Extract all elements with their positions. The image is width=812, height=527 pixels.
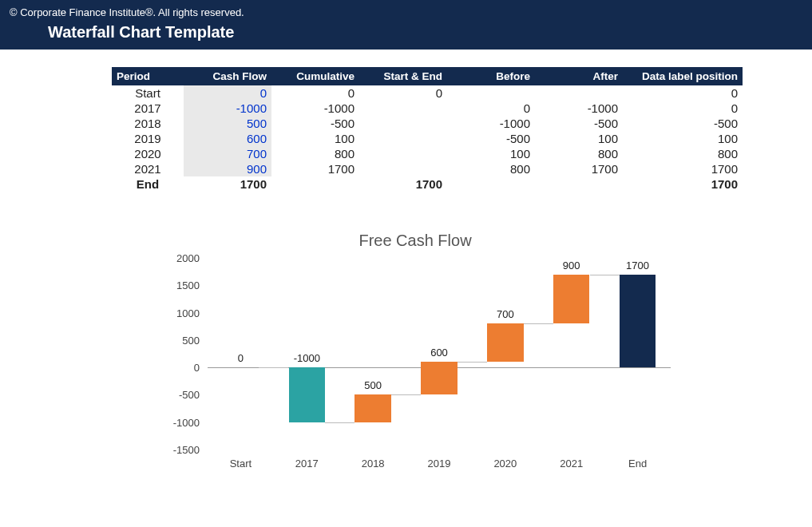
chart-title: Free Cash Flow bbox=[160, 232, 671, 250]
col-header: Period bbox=[112, 67, 184, 85]
cell: 0 bbox=[184, 85, 271, 101]
cell bbox=[535, 85, 623, 101]
cell: -500 bbox=[623, 116, 743, 131]
cell: 800 bbox=[535, 146, 623, 161]
cell: 1700 bbox=[623, 176, 743, 192]
y-tick: -500 bbox=[179, 389, 200, 401]
table-row: Start0000 bbox=[112, 85, 743, 101]
cell: -1000 bbox=[535, 101, 623, 116]
bar-2020 bbox=[487, 323, 524, 362]
x-tick: 2019 bbox=[428, 458, 451, 470]
x-tick: 2017 bbox=[295, 458, 319, 470]
cell: 600 bbox=[184, 131, 271, 146]
y-tick: 500 bbox=[182, 334, 200, 346]
cell: 800 bbox=[447, 161, 535, 176]
data-label: -1000 bbox=[294, 352, 320, 364]
y-axis: -1500-1000-5000500100015002000 bbox=[160, 258, 204, 450]
data-label: 700 bbox=[497, 308, 514, 320]
cell bbox=[359, 131, 447, 146]
cell bbox=[359, 146, 447, 161]
cell: 0 bbox=[447, 101, 535, 116]
y-tick: -1000 bbox=[173, 416, 200, 428]
cell: 2019 bbox=[112, 131, 184, 146]
connector bbox=[524, 323, 553, 324]
cell: -1000 bbox=[184, 101, 271, 116]
col-header: Data label position bbox=[623, 67, 743, 85]
page-title: Waterfall Chart Template bbox=[10, 23, 802, 42]
cell: 2020 bbox=[112, 146, 184, 161]
col-header: Cumulative bbox=[271, 67, 359, 85]
data-label: 1700 bbox=[626, 260, 649, 271]
cell: 100 bbox=[535, 131, 623, 146]
cell: -1000 bbox=[271, 101, 359, 116]
table-row: 2021900170080017001700 bbox=[112, 161, 743, 176]
data-label: 500 bbox=[364, 379, 382, 391]
table-row: End170017001700 bbox=[112, 176, 743, 192]
cell: 500 bbox=[184, 116, 271, 131]
header-bar: © Corporate Finance Institute®. All righ… bbox=[0, 0, 812, 50]
chart-canvas: 0-10005006007009001700 bbox=[208, 258, 671, 450]
table-row: 2017-1000-10000-10000 bbox=[112, 101, 743, 116]
cell bbox=[447, 176, 535, 192]
bar-2021 bbox=[553, 275, 590, 324]
cell: 2017 bbox=[112, 101, 184, 116]
cell: 900 bbox=[184, 161, 271, 176]
bar-2018 bbox=[355, 394, 391, 422]
y-tick: 1500 bbox=[176, 279, 200, 291]
y-tick: -1500 bbox=[173, 444, 200, 456]
table-row: 2018500-500-1000-500-500 bbox=[112, 116, 743, 131]
cell: 1700 bbox=[359, 176, 447, 192]
cell bbox=[535, 176, 623, 192]
cell: 1700 bbox=[271, 161, 359, 176]
data-table: PeriodCash FlowCumulativeStart & EndBefo… bbox=[112, 67, 743, 192]
col-header: After bbox=[535, 67, 623, 85]
bar-2019 bbox=[421, 362, 457, 394]
cell: -500 bbox=[447, 131, 535, 146]
table-row: 2020700800100800800 bbox=[112, 146, 743, 161]
data-label: 900 bbox=[563, 260, 580, 271]
y-tick: 1000 bbox=[176, 307, 200, 319]
cell: 0 bbox=[271, 85, 359, 101]
col-header: Cash Flow bbox=[184, 67, 271, 85]
cell: -500 bbox=[271, 116, 359, 131]
connector bbox=[457, 362, 487, 363]
connector bbox=[259, 367, 288, 368]
cell: 100 bbox=[271, 131, 359, 146]
x-tick: Start bbox=[230, 458, 252, 470]
cell bbox=[271, 176, 359, 192]
cell: Start bbox=[112, 85, 184, 101]
cell: End bbox=[112, 176, 184, 192]
connector bbox=[590, 275, 620, 275]
x-tick: End bbox=[628, 458, 647, 470]
cell: 0 bbox=[623, 101, 743, 116]
cell bbox=[447, 85, 535, 101]
cell: 2021 bbox=[112, 161, 184, 176]
chart-area: Free Cash Flow -1500-1000-50005001000150… bbox=[160, 232, 671, 474]
chart-plot: -1500-1000-5000500100015002000 0-1000500… bbox=[160, 258, 671, 474]
bar-2017 bbox=[289, 367, 326, 422]
cell bbox=[359, 116, 447, 131]
cell: 1700 bbox=[184, 176, 271, 192]
data-label: 0 bbox=[238, 352, 244, 364]
y-tick: 2000 bbox=[176, 252, 200, 264]
cell: 100 bbox=[623, 131, 743, 146]
connector bbox=[325, 422, 355, 423]
cell: 800 bbox=[271, 146, 359, 161]
data-label: 600 bbox=[430, 347, 448, 359]
cell: 800 bbox=[623, 146, 743, 161]
cell: 700 bbox=[184, 146, 271, 161]
data-table-wrap: PeriodCash FlowCumulativeStart & EndBefo… bbox=[112, 67, 727, 192]
cell: -500 bbox=[535, 116, 623, 131]
x-tick: 2020 bbox=[493, 458, 517, 470]
cell: 0 bbox=[359, 85, 447, 101]
copyright-text: © Corporate Finance Institute®. All righ… bbox=[10, 6, 802, 18]
cell: 100 bbox=[447, 146, 535, 161]
cell: 1700 bbox=[623, 161, 743, 176]
y-tick: 0 bbox=[194, 362, 200, 374]
cell bbox=[359, 161, 447, 176]
x-axis: Start20172018201920202021End bbox=[208, 453, 671, 474]
connector bbox=[391, 394, 421, 395]
x-tick: 2021 bbox=[560, 458, 583, 470]
col-header: Before bbox=[447, 67, 535, 85]
cell: 1700 bbox=[535, 161, 623, 176]
